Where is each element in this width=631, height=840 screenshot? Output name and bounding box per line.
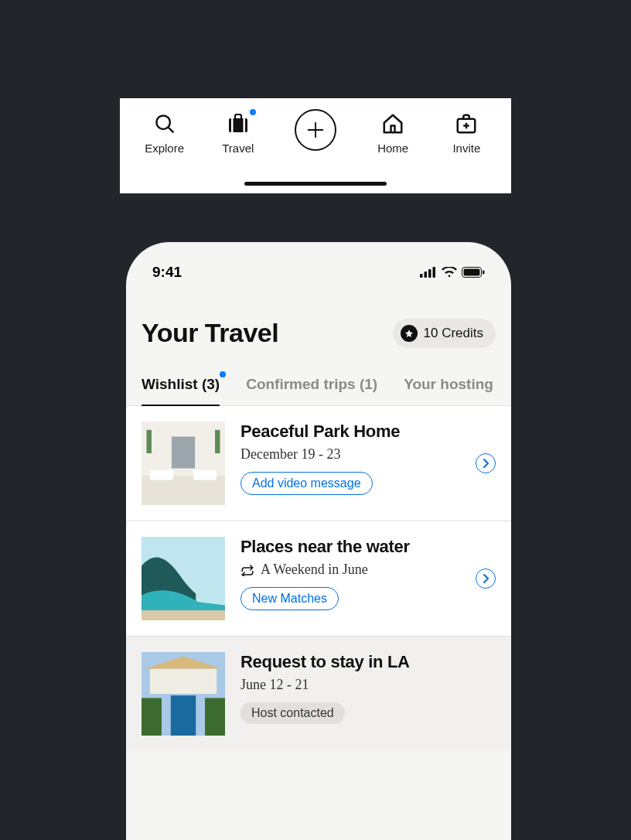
svg-rect-15 [464, 269, 480, 276]
svg-rect-10 [420, 274, 423, 278]
tab-explore[interactable]: Explore [136, 111, 193, 155]
svg-rect-28 [171, 695, 196, 736]
svg-rect-19 [172, 436, 195, 468]
search-icon [153, 111, 176, 137]
list-item[interactable]: Peaceful Park Home December 19 - 23 Add … [126, 406, 511, 521]
row-body: Places near the water A Weekend in June … [240, 537, 460, 610]
add-button[interactable] [295, 109, 336, 151]
row-subtitle-text: A Weekend in June [261, 562, 368, 578]
invite-icon [455, 111, 478, 137]
cellular-icon [420, 267, 437, 278]
repeat-icon [240, 564, 254, 576]
credits-pill[interactable]: 10 Credits [393, 319, 496, 348]
thumbnail-image [142, 652, 225, 736]
tab-explore-label: Explore [145, 142, 184, 155]
wifi-icon [442, 267, 457, 278]
svg-rect-18 [142, 476, 225, 505]
row-subtitle: June 12 - 21 [240, 677, 496, 693]
status-time: 9:41 [152, 264, 182, 281]
status-bar: 9:41 [126, 242, 511, 285]
tab-travel-label: Travel [222, 142, 254, 155]
tab-bar-panel: Explore Travel [120, 98, 511, 193]
svg-rect-29 [142, 698, 162, 736]
star-icon [401, 325, 418, 342]
svg-rect-30 [205, 698, 225, 736]
svg-rect-12 [428, 269, 431, 278]
row-body: Request to stay in LA June 12 - 21 Host … [240, 652, 496, 724]
tab-home[interactable]: Home [364, 111, 421, 155]
svg-rect-25 [142, 610, 225, 620]
new-matches-button[interactable]: New Matches [240, 587, 339, 610]
content-tabs: Wishlist (3) Confirmed trips (1) Your ho… [126, 348, 511, 406]
tab-bar-row: Explore Travel [120, 98, 511, 155]
wishlist-list: Peaceful Park Home December 19 - 23 Add … [126, 406, 511, 751]
row-subtitle: December 19 - 23 [240, 446, 460, 463]
row-body: Peaceful Park Home December 19 - 23 Add … [240, 422, 460, 495]
thumbnail-image [142, 537, 225, 620]
tab-hosting[interactable]: Your hosting [404, 376, 493, 405]
tab-wishlist-label: Wishlist (3) [142, 376, 220, 392]
status-icons [420, 267, 485, 278]
add-video-button[interactable]: Add video message [240, 472, 373, 495]
page-header: Your Travel 10 Credits [126, 285, 511, 348]
plus-icon [305, 119, 326, 141]
battery-icon [462, 267, 485, 278]
svg-rect-23 [215, 430, 220, 453]
chevron-right-icon[interactable] [476, 569, 496, 589]
page-title: Your Travel [142, 318, 278, 348]
suitcase-icon [226, 111, 251, 137]
chevron-right-icon[interactable] [476, 453, 496, 473]
row-subtitle: A Weekend in June [240, 562, 460, 578]
svg-rect-20 [150, 470, 173, 480]
thumbnail-image [142, 422, 225, 505]
home-indicator [244, 182, 387, 186]
notification-dot [220, 371, 226, 377]
svg-line-1 [168, 127, 172, 131]
row-title: Places near the water [240, 537, 460, 557]
credits-label: 10 Credits [424, 326, 483, 341]
tab-travel[interactable]: Travel [210, 111, 267, 155]
status-chip: Host contacted [240, 702, 345, 724]
svg-rect-3 [231, 118, 234, 132]
svg-rect-4 [243, 118, 245, 132]
tab-invite-label: Invite [452, 142, 480, 155]
tab-confirmed[interactable]: Confirmed trips (1) [246, 376, 377, 405]
svg-rect-11 [425, 271, 428, 278]
tab-wishlist[interactable]: Wishlist (3) [142, 376, 220, 405]
row-title: Request to stay in LA [240, 652, 496, 672]
list-item[interactable]: Request to stay in LA June 12 - 21 Host … [126, 637, 511, 751]
house-icon [381, 111, 404, 137]
list-item[interactable]: Places near the water A Weekend in June … [126, 521, 511, 637]
notification-dot [250, 109, 256, 115]
row-title: Peaceful Park Home [240, 422, 460, 442]
svg-rect-27 [150, 669, 217, 694]
tab-invite[interactable]: Invite [438, 111, 495, 155]
tab-add[interactable] [283, 111, 348, 152]
tab-home-label: Home [377, 142, 408, 155]
svg-rect-21 [193, 470, 217, 480]
phone-screen: 9:41 Your Travel 10 Credits [126, 242, 511, 840]
svg-rect-13 [433, 267, 436, 278]
svg-rect-16 [483, 271, 485, 275]
svg-rect-22 [146, 430, 151, 453]
